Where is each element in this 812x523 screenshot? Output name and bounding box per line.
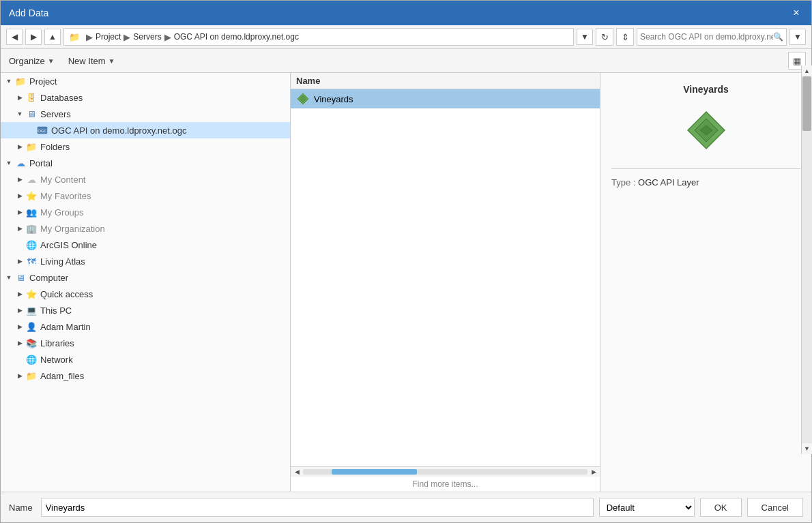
tree-label-ogcapi: OGC API on demo.ldproxy.net.ogc [51,125,186,136]
tree-label-myfavorites: My Favorites [40,191,91,201]
breadcrumb-folder-icon: 📁 [68,31,81,43]
file-item-name-vineyards: Vineyards [314,94,353,104]
expander-computer: ▼ [3,272,14,283]
file-hscroll: ◀ ▶ [291,466,600,476]
expander-myorganization: ▶ [14,223,25,234]
new-item-chevron-icon: ▼ [108,57,115,65]
tree-item-folders[interactable]: ▶ 📁 Folders [1,138,290,155]
icon-quickaccess: ⭐ [25,288,38,300]
tree-panel: ▼ 📁 Project ▶ 🗄 Databases ▼ 🖥 Servers [1,73,291,492]
bottom-bar: Name Default OK Cancel [1,492,811,522]
tree-label-livingatlas: Living Atlas [40,256,85,267]
tree-item-project[interactable]: ▼ 📁 Project [1,73,290,89]
tree-item-portal[interactable]: ▼ ☁ Portal [1,155,290,171]
action-bar: Organize ▼ New Item ▼ ▦ [1,49,811,73]
hscroll-right-arrow[interactable]: ▶ [589,467,598,477]
expander-project: ▼ [3,76,14,87]
cancel-button[interactable]: Cancel [747,498,803,517]
preview-name: Vineyards [683,84,729,95]
folder-icon-project: 📁 [14,75,27,87]
breadcrumb-ogcapi[interactable]: OGC API on demo.ldproxy.net.ogc [174,32,299,42]
tree-label-computer: Computer [29,273,68,283]
new-item-button[interactable]: New Item ▼ [66,55,118,68]
tree-label-libraries: Libraries [40,338,74,348]
hscroll-track[interactable] [303,469,588,475]
name-label: Name [9,503,33,513]
tree-item-servers[interactable]: ▼ 🖥 Servers [1,106,290,122]
expander-quickaccess: ▶ [14,288,25,299]
tree-item-arcgisonline[interactable]: 🌐 ArcGIS Online [1,237,290,253]
icon-myorganization: 🏢 [25,222,38,235]
sort-button[interactable]: ⇕ [616,28,634,46]
tree-item-myorganization[interactable]: ▶ 🏢 My Organization [1,220,290,237]
expander-network [14,354,25,365]
hscroll-left-arrow[interactable]: ◀ [292,467,302,477]
search-input[interactable] [640,32,773,42]
file-list-area[interactable]: Vineyards [291,89,600,466]
add-data-dialog: Add Data × ◀ ▶ ▲ 📁 ▶ Project ▶ Servers ▶… [0,0,812,523]
tree-label-adammartin: Adam Martin [40,322,91,332]
expander-mycontent: ▶ [14,174,25,185]
preview-type: Type : OGC API Layer [611,177,699,188]
tree-item-myfavorites[interactable]: ▶ ⭐ My Favorites [1,188,290,204]
refresh-button[interactable]: ↻ [596,28,613,46]
tree-item-livingatlas[interactable]: ▶ 🗺 Living Atlas [1,253,290,269]
layer-dropdown[interactable]: Default [599,498,695,517]
organize-chevron-icon: ▼ [48,57,55,65]
new-item-label: New Item [68,56,106,66]
tree-item-libraries[interactable]: ▶ 📚 Libraries [1,335,290,351]
icon-livingatlas: 🗺 [25,255,38,267]
breadcrumb-sep-3: ▶ [164,32,171,42]
expander-arcgisonline [14,239,25,250]
hscroll-thumb [332,469,417,475]
ok-button[interactable]: OK [700,498,742,517]
search-box: 🔍 [637,28,787,46]
tree-item-quickaccess[interactable]: ▶ ⭐ Quick access [1,286,290,302]
file-list-header: Name [291,73,600,89]
tree-label-databases: Databases [40,93,83,103]
file-panel: Name Vineyards ◀ [291,73,600,492]
breadcrumb-project[interactable]: Project [96,32,121,42]
icon-myfavorites: ⭐ [25,190,38,202]
icon-mygroups: 👥 [25,206,38,218]
tree-item-network[interactable]: 🌐 Network [1,351,290,368]
tree-item-adamfiles[interactable]: ▶ 📁 Adam_files [1,368,290,384]
tree-item-computer[interactable]: ▼ 🖥 Computer [1,269,290,286]
tree-item-mycontent[interactable]: ▶ ☁ My Content [1,171,290,188]
tree-scroll[interactable]: ▼ 📁 Project ▶ 🗄 Databases ▼ 🖥 Servers [1,73,290,492]
expander-ogcapi [25,125,36,136]
layer-icon-ogcapi: OGC [36,124,48,136]
preview-panel: Vineyards Type : OGC API Layer [600,73,811,492]
vineyard-file-icon [296,92,310,106]
expander-portal: ▼ [3,158,14,168]
tree-label-mygroups: My Groups [40,207,84,218]
breadcrumb-servers[interactable]: Servers [133,32,161,42]
server-icon-servers: 🖥 [25,108,38,120]
preview-icon [679,103,734,158]
tree-item-ogcapi[interactable]: OGC OGC API on demo.ldproxy.net.ogc [1,122,290,138]
find-more[interactable]: Find more items... [291,476,600,492]
tree-item-adammartin[interactable]: ▶ 👤 Adam Martin [1,318,290,335]
breadcrumb: 📁 ▶ Project ▶ Servers ▶ OGC API on demo.… [63,28,574,46]
search-dropdown-button[interactable]: ▼ [789,29,806,45]
dialog-title: Add Data [9,8,48,18]
tree-item-mygroups[interactable]: ▶ 👥 My Groups [1,204,290,220]
icon-thispc: 💻 [25,304,38,316]
file-list-item-vineyards[interactable]: Vineyards [291,89,600,108]
name-input[interactable] [41,498,594,517]
back-button[interactable]: ◀ [6,29,23,45]
expander-folders: ▶ [14,141,25,152]
up-button[interactable]: ▲ [44,29,61,45]
tree-label-thispc: This PC [40,305,72,316]
button-area: OK Cancel [700,498,803,517]
tree-label-myorganization: My Organization [40,224,105,234]
tree-label-network: Network [40,355,73,365]
icon-computer: 🖥 [14,271,27,284]
close-button[interactable]: × [789,6,803,20]
tree-item-databases[interactable]: ▶ 🗄 Databases [1,89,290,106]
tree-item-thispc[interactable]: ▶ 💻 This PC [1,302,290,318]
organize-button[interactable]: Organize ▼ [6,55,57,68]
forward-button[interactable]: ▶ [25,29,42,45]
breadcrumb-dropdown-button[interactable]: ▼ [577,29,593,45]
expander-mygroups: ▶ [14,207,25,218]
